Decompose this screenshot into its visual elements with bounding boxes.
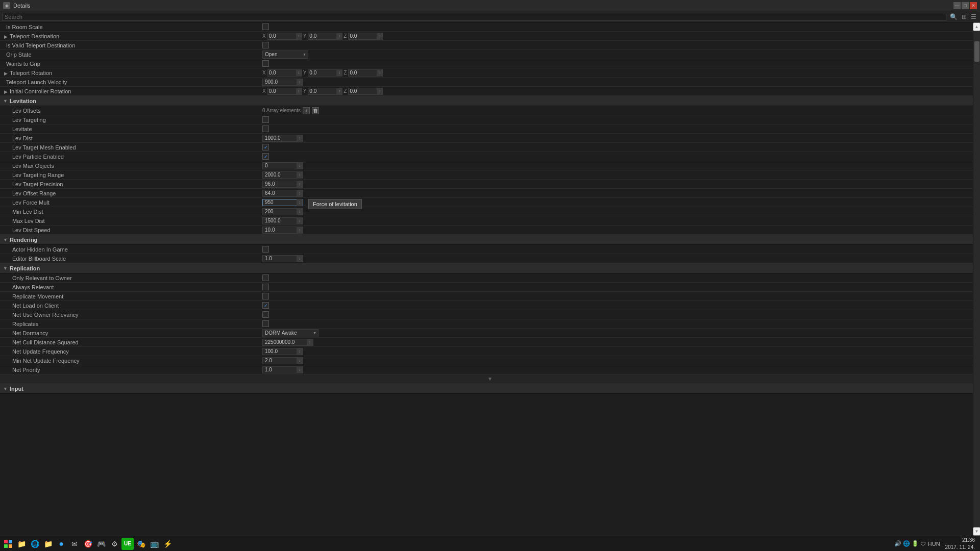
- prop-label-levparticle: Lev Particle Enabled: [2, 154, 262, 160]
- editorbb-spin[interactable]: ↕: [297, 255, 303, 262]
- scroll-up-btn[interactable]: ▲: [973, 22, 980, 31]
- expand-arrow-teleportdest[interactable]: ▶: [4, 34, 8, 39]
- checkbox-levtargetmesh[interactable]: [262, 144, 269, 151]
- taskbar-app-lightning[interactable]: ⚡: [161, 538, 174, 550]
- taskbar-app-vlc[interactable]: 📺: [148, 538, 160, 550]
- checkbox-replicatemovement[interactable]: [262, 293, 269, 299]
- checkbox-netloadclient[interactable]: [262, 302, 269, 309]
- tray-icon-1[interactable]: 🔊: [894, 540, 901, 547]
- prop-row-levoffsets: Lev Offsets 0 Array elements + 🗑: [0, 106, 980, 115]
- expand-arrow-teleportrot[interactable]: ▶: [4, 71, 8, 76]
- section-header-replication[interactable]: ▼ Replication: [0, 263, 980, 273]
- checkbox-netuseownerrel[interactable]: [262, 311, 269, 318]
- gripstate-dropdown[interactable]: Open Closed Grabbed: [262, 51, 308, 59]
- prop-row-levdist: Lev Dist ↕: [0, 134, 980, 143]
- checkbox-replicates[interactable]: [262, 320, 269, 327]
- prop-label-levforcemult: Lev Force Mult: [2, 199, 262, 206]
- prop-row-replicatemovement: Replicate Movement: [0, 292, 980, 301]
- checkbox-onlyrelevant[interactable]: [262, 274, 269, 281]
- taskbar-app-blue[interactable]: ●: [55, 538, 67, 550]
- minnetupdatefreq-spin[interactable]: ↕: [297, 357, 303, 364]
- levmaxobjects-spin[interactable]: ↕: [297, 162, 303, 169]
- scroll-thumb[interactable]: [974, 41, 979, 62]
- section-header-input[interactable]: ▼ Input: [0, 384, 980, 394]
- prop-label-levoffsetrange: Lev Offset Range: [2, 190, 262, 196]
- taskbar-app-settings[interactable]: ⚙: [108, 538, 120, 550]
- minlevdist-spin[interactable]: ↕: [297, 208, 303, 215]
- prop-row-netloadclient: Net Load on Client: [0, 301, 980, 310]
- teleportrot-z-spin[interactable]: ↕: [377, 69, 382, 77]
- prop-row-teleportrot: ▶Teleport Rotation X ↕ Y ↕ Z ↕: [0, 68, 980, 78]
- netupdatefreq-spin[interactable]: ↕: [297, 348, 303, 355]
- section-title-replication: Replication: [10, 265, 40, 271]
- section-arrow-levitation: ▼: [3, 98, 8, 104]
- section-header-rendering[interactable]: ▼ Rendering: [0, 235, 980, 245]
- taskbar-app-explorer[interactable]: 📁: [15, 538, 28, 550]
- taskbar-app-game1[interactable]: 🎯: [82, 538, 94, 550]
- initcontrollerrot-y-spin[interactable]: ↕: [336, 88, 342, 95]
- section-header-levitation[interactable]: ▼ Levitation: [0, 96, 980, 106]
- list-view-btn[interactable]: ☰: [969, 13, 978, 20]
- search-input[interactable]: [2, 13, 946, 21]
- levoffsets-add-btn[interactable]: +: [303, 107, 310, 114]
- levforcemult-spin[interactable]: ↕: [297, 199, 303, 206]
- levoffsetrange-spin[interactable]: ↕: [297, 190, 303, 197]
- prop-label-editorbb: Editor Billboard Scale: [2, 256, 262, 262]
- checkbox-levitate[interactable]: [262, 126, 269, 132]
- prop-row-levdistspeed: Lev Dist Speed ↕: [0, 226, 980, 235]
- initcontrollerrot-x-spin[interactable]: ↕: [296, 88, 302, 95]
- taskbar-app-steam[interactable]: 🎭: [135, 538, 147, 550]
- search-bar: 🔍 ⊞ ☰: [0, 11, 980, 22]
- prop-row-levoffsetrange: Lev Offset Range ↕: [0, 189, 980, 198]
- checkbox-levparticle[interactable]: [262, 153, 269, 160]
- grid-view-btn[interactable]: ⊞: [960, 13, 968, 20]
- details-title: Details: [13, 3, 31, 9]
- levoffsets-clear-btn[interactable]: 🗑: [312, 107, 319, 114]
- tray-icon-2[interactable]: 🌐: [903, 540, 910, 547]
- levdist-spin[interactable]: ↕: [297, 135, 303, 142]
- taskbar-app-game2[interactable]: 🎮: [95, 538, 107, 550]
- levdistspeed-spin[interactable]: ↕: [297, 227, 303, 234]
- taskbar-app-mail[interactable]: ✉: [68, 538, 81, 550]
- levtargetprecision-spin[interactable]: ↕: [297, 181, 303, 188]
- taskbar-app-chrome[interactable]: 🌐: [29, 538, 41, 550]
- netculldist-spin[interactable]: ↕: [307, 339, 313, 346]
- checkbox-levtargeting[interactable]: [262, 116, 269, 123]
- prop-row-maxlevdist: Max Lev Dist ↕: [0, 216, 980, 226]
- teleportrot-x-spin[interactable]: ↕: [296, 69, 302, 77]
- initcontrollerrot-z-spin[interactable]: ↕: [377, 88, 382, 95]
- prop-row-levparticle: Lev Particle Enabled: [0, 152, 980, 161]
- tray-icon-3[interactable]: 🔋: [912, 540, 919, 547]
- close-button[interactable]: ✕: [970, 2, 977, 9]
- prop-label-netdormancy: Net Dormancy: [2, 330, 262, 336]
- start-button[interactable]: [2, 538, 14, 550]
- checkbox-actorhidden[interactable]: [262, 246, 269, 253]
- prop-label-levtargeting: Lev Targeting: [2, 117, 262, 123]
- netdormancy-dropdown[interactable]: DORM Awake DORM Dormant DORM Initial: [262, 329, 318, 337]
- minimize-button[interactable]: —: [953, 2, 961, 9]
- tray-icon-4[interactable]: 🛡: [920, 541, 926, 547]
- teleportrot-y-spin[interactable]: ↕: [336, 69, 342, 77]
- taskbar-lang: HUN: [928, 541, 940, 547]
- netculldist-input[interactable]: [262, 339, 313, 346]
- checkbox-alwaysrelevant[interactable]: [262, 284, 269, 290]
- checkbox-validteleport[interactable]: [262, 42, 269, 48]
- checkbox-wantsgrip[interactable]: [262, 60, 269, 67]
- taskbar-app-folder2[interactable]: 📁: [42, 538, 54, 550]
- taskbar-app-ue4[interactable]: UE: [121, 538, 134, 550]
- expand-arrow-initcontrollerrot[interactable]: ▶: [4, 89, 8, 94]
- prop-label-teleportlaunch: Teleport Launch Velocity: [2, 79, 262, 85]
- teleportlaunch-spin[interactable]: ↕: [297, 79, 303, 86]
- scroll-down-btn[interactable]: ▼: [973, 527, 980, 536]
- prop-row-netdormancy: Net Dormancy DORM Awake DORM Dormant DOR…: [0, 329, 980, 338]
- teleportdest-x-spin[interactable]: ↕: [296, 33, 302, 40]
- teleportdest-y-spin[interactable]: ↕: [336, 33, 342, 40]
- checkbox-isroomscale[interactable]: [262, 23, 269, 30]
- restore-button[interactable]: □: [962, 2, 969, 9]
- maxlevdist-spin[interactable]: ↕: [297, 217, 303, 224]
- teleportdest-z-spin[interactable]: ↕: [377, 33, 382, 40]
- prop-label-maxlevdist: Max Lev Dist: [2, 218, 262, 224]
- levtargetrange-spin[interactable]: ↕: [297, 171, 303, 179]
- netpriority-spin[interactable]: ↕: [297, 366, 303, 373]
- search-icon-btn[interactable]: 🔍: [948, 13, 959, 20]
